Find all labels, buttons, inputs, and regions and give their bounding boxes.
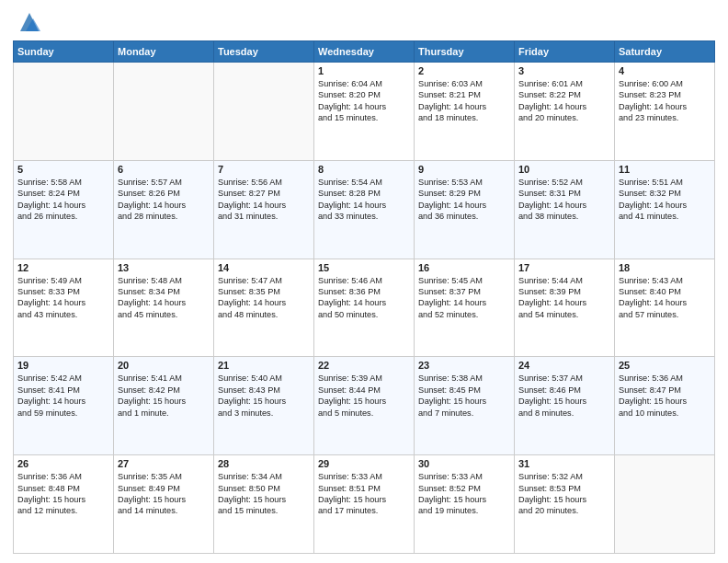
day-details: Sunrise: 5:56 AMSunset: 8:27 PMDaylight:…	[218, 177, 310, 223]
day-detail-line: Daylight: 14 hours	[619, 201, 687, 210]
day-details: Sunrise: 5:57 AMSunset: 8:26 PMDaylight:…	[118, 177, 210, 223]
day-details: Sunrise: 5:37 AMSunset: 8:46 PMDaylight:…	[518, 373, 610, 419]
day-detail-line: Sunset: 8:32 PM	[619, 189, 681, 198]
table-row: 5Sunrise: 5:58 AMSunset: 8:24 PMDaylight…	[14, 160, 114, 259]
day-detail-line: Daylight: 14 hours	[218, 201, 286, 210]
day-detail-line: Daylight: 15 hours	[17, 495, 85, 504]
table-row: 12Sunrise: 5:49 AMSunset: 8:33 PMDayligh…	[14, 259, 114, 357]
day-number: 6	[118, 164, 210, 175]
day-number: 31	[518, 458, 610, 469]
day-detail-line: Sunset: 8:50 PM	[218, 484, 280, 493]
day-detail-line: and 15 minutes.	[218, 506, 278, 515]
day-detail-line: and 59 minutes.	[17, 408, 77, 418]
day-detail-line: Sunrise: 5:39 AM	[318, 373, 382, 383]
day-details: Sunrise: 5:51 AMSunset: 8:32 PMDaylight:…	[619, 177, 711, 223]
calendar-header-row: Sunday Monday Tuesday Wednesday Thursday…	[14, 41, 715, 63]
day-detail-line: and 18 minutes.	[418, 113, 478, 122]
day-detail-line: and 7 minutes.	[418, 408, 473, 418]
day-number: 8	[318, 164, 410, 175]
day-detail-line: Daylight: 14 hours	[17, 201, 85, 210]
day-detail-line: and 3 minutes.	[218, 408, 273, 418]
day-detail-line: Sunset: 8:53 PM	[518, 484, 581, 493]
day-detail-line: Sunrise: 5:45 AM	[418, 276, 483, 285]
day-detail-line: Sunset: 8:45 PM	[418, 385, 481, 395]
day-detail-line: Daylight: 14 hours	[318, 102, 386, 111]
day-detail-line: and 8 minutes.	[518, 408, 574, 418]
table-row: 24Sunrise: 5:37 AMSunset: 8:46 PMDayligh…	[515, 357, 615, 455]
day-details: Sunrise: 5:40 AMSunset: 8:43 PMDaylight:…	[218, 373, 310, 419]
table-row	[114, 63, 214, 161]
day-detail-line: Daylight: 15 hours	[619, 396, 687, 406]
day-number: 9	[418, 164, 510, 175]
day-detail-line: Sunset: 8:26 PM	[118, 189, 180, 198]
day-detail-line: Sunset: 8:39 PM	[518, 287, 581, 296]
table-row: 6Sunrise: 5:57 AMSunset: 8:26 PMDaylight…	[114, 160, 214, 259]
day-detail-line: Sunrise: 5:38 AM	[418, 373, 483, 383]
day-detail-line: Sunset: 8:20 PM	[318, 90, 381, 99]
day-details: Sunrise: 5:47 AMSunset: 8:35 PMDaylight:…	[218, 275, 310, 321]
day-detail-line: and 12 minutes.	[17, 506, 77, 515]
day-detail-line: Daylight: 15 hours	[318, 396, 386, 406]
day-detail-line: Sunset: 8:35 PM	[218, 287, 280, 296]
day-details: Sunrise: 6:03 AMSunset: 8:21 PMDaylight:…	[418, 78, 510, 124]
day-details: Sunrise: 5:44 AMSunset: 8:39 PMDaylight:…	[518, 275, 610, 321]
day-detail-line: Sunset: 8:23 PM	[619, 90, 681, 99]
day-detail-line: Sunset: 8:43 PM	[218, 385, 280, 395]
day-number: 14	[218, 262, 310, 273]
day-detail-line: Sunrise: 5:37 AM	[518, 373, 583, 383]
day-detail-line: Sunset: 8:37 PM	[418, 287, 481, 296]
day-detail-line: Sunset: 8:42 PM	[118, 385, 180, 395]
day-detail-line: Sunrise: 5:49 AM	[17, 276, 82, 285]
table-row: 9Sunrise: 5:53 AMSunset: 8:29 PMDaylight…	[415, 160, 515, 259]
day-detail-line: Daylight: 14 hours	[318, 201, 386, 210]
day-number: 22	[318, 360, 410, 371]
day-detail-line: Daylight: 14 hours	[619, 298, 687, 307]
day-details: Sunrise: 5:33 AMSunset: 8:51 PMDaylight:…	[318, 471, 410, 517]
col-monday: Monday	[114, 41, 214, 63]
table-row: 18Sunrise: 5:43 AMSunset: 8:40 PMDayligh…	[615, 259, 715, 357]
day-detail-line: Sunset: 8:22 PM	[518, 90, 581, 99]
day-detail-line: Sunrise: 6:00 AM	[619, 79, 683, 88]
table-row: 15Sunrise: 5:46 AMSunset: 8:36 PMDayligh…	[314, 259, 415, 357]
day-details: Sunrise: 5:36 AMSunset: 8:47 PMDaylight:…	[619, 373, 711, 419]
day-number: 12	[17, 262, 109, 273]
day-number: 17	[518, 262, 610, 273]
table-row: 19Sunrise: 5:42 AMSunset: 8:41 PMDayligh…	[14, 357, 114, 455]
day-detail-line: Sunset: 8:21 PM	[418, 90, 481, 99]
day-detail-line: and 33 minutes.	[318, 212, 378, 221]
col-wednesday: Wednesday	[314, 41, 415, 63]
day-detail-line: Daylight: 14 hours	[218, 298, 286, 307]
day-detail-line: Sunrise: 5:52 AM	[518, 178, 583, 187]
day-detail-line: Sunrise: 5:42 AM	[17, 373, 82, 383]
calendar-week-row: 19Sunrise: 5:42 AMSunset: 8:41 PMDayligh…	[14, 357, 715, 455]
header	[13, 9, 715, 35]
day-detail-line: Sunrise: 5:54 AM	[318, 178, 382, 187]
day-detail-line: Sunset: 8:28 PM	[318, 189, 381, 198]
day-detail-line: Daylight: 15 hours	[418, 495, 486, 504]
table-row: 3Sunrise: 6:01 AMSunset: 8:22 PMDaylight…	[515, 63, 615, 161]
day-number: 1	[318, 65, 410, 76]
day-detail-line: and 20 minutes.	[518, 113, 578, 122]
day-number: 7	[218, 164, 310, 175]
day-detail-line: Sunset: 8:44 PM	[318, 385, 381, 395]
day-detail-line: Sunset: 8:49 PM	[118, 484, 180, 493]
day-detail-line: Daylight: 14 hours	[518, 102, 586, 111]
day-detail-line: and 19 minutes.	[418, 506, 478, 515]
day-detail-line: and 57 minutes.	[619, 310, 678, 319]
day-details: Sunrise: 5:36 AMSunset: 8:48 PMDaylight:…	[17, 471, 109, 517]
day-details: Sunrise: 5:41 AMSunset: 8:42 PMDaylight:…	[118, 373, 210, 419]
day-detail-line: and 54 minutes.	[518, 310, 578, 319]
day-details: Sunrise: 5:35 AMSunset: 8:49 PMDaylight:…	[118, 471, 210, 517]
day-details: Sunrise: 5:43 AMSunset: 8:40 PMDaylight:…	[619, 275, 711, 321]
table-row: 20Sunrise: 5:41 AMSunset: 8:42 PMDayligh…	[114, 357, 214, 455]
day-detail-line: Daylight: 14 hours	[17, 298, 85, 307]
day-details: Sunrise: 5:48 AMSunset: 8:34 PMDaylight:…	[118, 275, 210, 321]
day-detail-line: and 1 minute.	[118, 408, 169, 418]
day-detail-line: Daylight: 14 hours	[418, 102, 486, 111]
day-detail-line: Daylight: 15 hours	[218, 495, 286, 504]
day-detail-line: and 17 minutes.	[318, 506, 378, 515]
day-detail-line: and 31 minutes.	[218, 212, 278, 221]
table-row: 30Sunrise: 5:33 AMSunset: 8:52 PMDayligh…	[415, 455, 515, 554]
day-details: Sunrise: 5:46 AMSunset: 8:36 PMDaylight:…	[318, 275, 410, 321]
table-row: 13Sunrise: 5:48 AMSunset: 8:34 PMDayligh…	[114, 259, 214, 357]
